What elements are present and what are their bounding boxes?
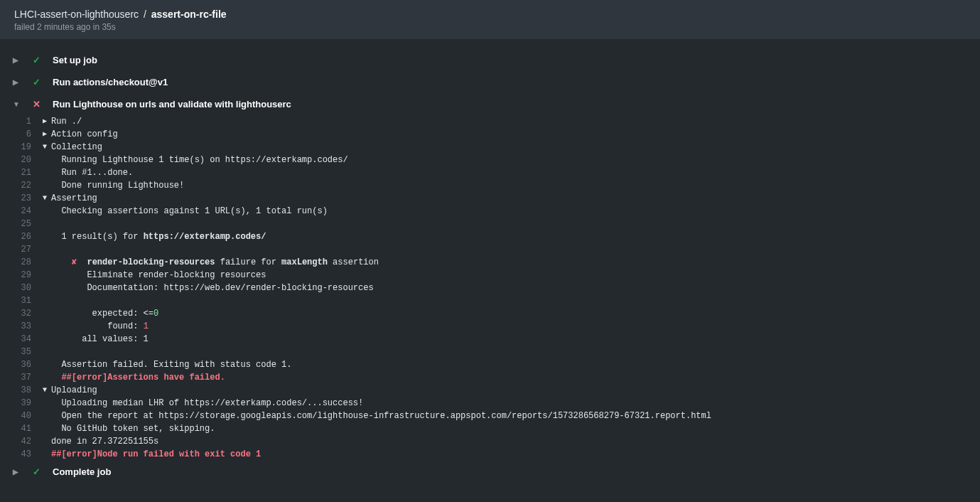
- line-number: 30: [0, 282, 43, 294]
- log-text: Collecting: [51, 141, 980, 154]
- step-complete-job[interactable]: ▶ ✓ Complete job: [0, 461, 980, 483]
- log-line[interactable]: 24 Checking assertions against 1 URL(s),…: [0, 205, 980, 218]
- log-error-text: ##[error]Assertions have failed.: [51, 371, 980, 384]
- step-lighthouse[interactable]: ▼ ✕ Run Lighthouse on urls and validate …: [0, 93, 980, 115]
- log-line[interactable]: 30 Documentation: https://web.dev/render…: [0, 282, 980, 294]
- log-line[interactable]: 33 found: 1: [0, 320, 980, 333]
- log-line[interactable]: 19▼Collecting: [0, 141, 980, 154]
- breadcrumb-sep: /: [144, 9, 146, 20]
- check-icon: ✓: [33, 77, 43, 87]
- log-text: all values: 1: [51, 333, 980, 346]
- fold-open-icon[interactable]: ▼: [43, 384, 51, 397]
- log-text: ✘ render-blocking-resources failure for …: [51, 256, 980, 269]
- step-setup-job[interactable]: ▶ ✓ Set up job: [0, 49, 980, 71]
- log-text: expected: <=0: [51, 307, 980, 320]
- log-text: Uploading: [51, 384, 980, 397]
- step-checkout[interactable]: ▶ ✓ Run actions/checkout@v1: [0, 71, 980, 93]
- line-number: 21: [0, 166, 43, 179]
- fold-closed-icon[interactable]: ▶: [43, 128, 51, 141]
- line-number: 23: [0, 192, 43, 205]
- log-text: Uploading median LHR of https://exterkam…: [51, 397, 980, 410]
- line-number: 37: [0, 371, 43, 384]
- step-label: Run Lighthouse on urls and validate with…: [53, 99, 291, 110]
- line-number: 27: [0, 243, 43, 256]
- log-line[interactable]: 35: [0, 346, 980, 358]
- check-icon: ✓: [33, 55, 43, 65]
- log-line[interactable]: 43##[error]Node run failed with exit cod…: [0, 448, 980, 461]
- log-text: 1 result(s) for https://exterkamp.codes/: [51, 230, 980, 243]
- log-line[interactable]: 41 No GitHub token set, skipping.: [0, 422, 980, 435]
- line-number: 25: [0, 218, 43, 230]
- log-line[interactable]: 32 expected: <=0: [0, 307, 980, 320]
- line-number: 34: [0, 333, 43, 346]
- line-number: 28: [0, 256, 43, 269]
- log-line[interactable]: 42done in 27.372251155s: [0, 435, 980, 448]
- log-text: done in 27.372251155s: [51, 435, 980, 448]
- log-output: 1▶Run ./ 6▶Action config 19▼Collecting 2…: [0, 115, 980, 461]
- header: LHCI-assert-on-lighthouserc / assert-on-…: [0, 0, 980, 39]
- log-text: Open the report at https://storage.googl…: [51, 410, 980, 422]
- log-text: Documentation: https://web.dev/render-bl…: [51, 282, 980, 294]
- run-status-line: failed 2 minutes ago in 35s: [14, 22, 966, 32]
- steps-list: ▶ ✓ Set up job ▶ ✓ Run actions/checkout@…: [0, 39, 980, 483]
- line-number: 20: [0, 154, 43, 166]
- step-label: Set up job: [53, 55, 97, 65]
- step-label: Complete job: [53, 466, 111, 477]
- log-error-text: ##[error]Node run failed with exit code …: [51, 448, 980, 461]
- log-text: No GitHub token set, skipping.: [51, 422, 980, 435]
- line-number: 43: [0, 448, 43, 461]
- line-number: 31: [0, 294, 43, 307]
- fold-open-icon[interactable]: ▼: [43, 141, 51, 154]
- chevron-down-icon: ▼: [13, 100, 23, 108]
- log-text: Run #1...done.: [51, 166, 980, 179]
- log-text: [51, 346, 980, 358]
- log-line[interactable]: 23▼Asserting: [0, 192, 980, 205]
- cross-icon: ✕: [33, 99, 43, 110]
- fold-closed-icon[interactable]: ▶: [43, 115, 51, 128]
- chevron-right-icon: ▶: [13, 468, 23, 476]
- log-text: [51, 243, 980, 256]
- line-number: 38: [0, 384, 43, 397]
- breadcrumb: LHCI-assert-on-lighthouserc / assert-on-…: [14, 9, 966, 20]
- log-line[interactable]: 25: [0, 218, 980, 230]
- line-number: 32: [0, 307, 43, 320]
- log-text: [51, 294, 980, 307]
- log-line[interactable]: 34 all values: 1: [0, 333, 980, 346]
- log-line[interactable]: 40 Open the report at https://storage.go…: [0, 410, 980, 422]
- log-line[interactable]: 22 Done running Lighthouse!: [0, 179, 980, 192]
- log-line[interactable]: 31: [0, 294, 980, 307]
- log-line[interactable]: 21 Run #1...done.: [0, 166, 980, 179]
- log-text: Eliminate render-blocking resources: [51, 269, 980, 282]
- log-line[interactable]: 29 Eliminate render-blocking resources: [0, 269, 980, 282]
- log-text: Run ./: [51, 115, 980, 128]
- chevron-right-icon: ▶: [13, 78, 23, 86]
- line-number: 42: [0, 435, 43, 448]
- step-label: Run actions/checkout@v1: [53, 77, 168, 87]
- log-line[interactable]: 28 ✘ render-blocking-resources failure f…: [0, 256, 980, 269]
- log-text: Assertion failed. Exiting with status co…: [51, 358, 980, 371]
- log-line[interactable]: 39 Uploading median LHR of https://exter…: [0, 397, 980, 410]
- line-number: 41: [0, 422, 43, 435]
- line-number: 36: [0, 358, 43, 371]
- log-text: [51, 218, 980, 230]
- log-line[interactable]: 27: [0, 243, 980, 256]
- fold-open-icon[interactable]: ▼: [43, 192, 51, 205]
- line-number: 39: [0, 397, 43, 410]
- line-number: 6: [0, 128, 43, 141]
- log-line[interactable]: 6▶Action config: [0, 128, 980, 141]
- log-line[interactable]: 1▶Run ./: [0, 115, 980, 128]
- line-number: 29: [0, 269, 43, 282]
- log-text: Checking assertions against 1 URL(s), 1 …: [51, 205, 980, 218]
- log-line[interactable]: 26 1 result(s) for https://exterkamp.cod…: [0, 230, 980, 243]
- breadcrumb-parent[interactable]: LHCI-assert-on-lighthouserc: [14, 9, 139, 20]
- log-line[interactable]: 37 ##[error]Assertions have failed.: [0, 371, 980, 384]
- log-line[interactable]: 38▼Uploading: [0, 384, 980, 397]
- log-line[interactable]: 36 Assertion failed. Exiting with status…: [0, 358, 980, 371]
- breadcrumb-current: assert-on-rc-file: [151, 9, 227, 20]
- line-number: 26: [0, 230, 43, 243]
- check-icon: ✓: [33, 466, 43, 477]
- log-line[interactable]: 20 Running Lighthouse 1 time(s) on https…: [0, 154, 980, 166]
- log-text: Action config: [51, 128, 980, 141]
- line-number: 35: [0, 346, 43, 358]
- line-number: 40: [0, 410, 43, 422]
